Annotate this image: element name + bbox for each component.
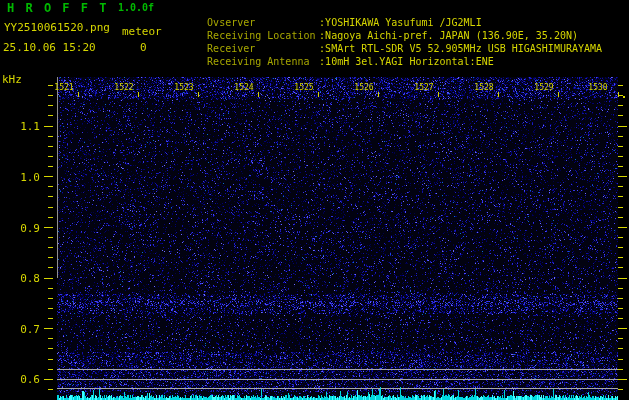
output-filename: YY2510061520.png [4,22,110,33]
time-tick-label: 1524 [224,83,264,92]
hrofft-screen: H R O F F T 1.0.0f YY2510061520.png mete… [0,0,629,400]
freq-axis-unit: kHz [2,74,22,85]
time-tick-label: 1525 [284,83,324,92]
freq-tick-label: 0.8 [2,272,40,285]
time-tick-label: 1528 [464,83,504,92]
freq-tick-label: 0.7 [2,323,40,336]
freq-tick-label: 1.1 [2,120,40,133]
datetime-label: 25.10.06 15:20 [3,42,96,53]
time-tick-label: 1522 [104,83,144,92]
time-tick-label: 1523 [164,83,204,92]
app-title: H R O F F T [7,2,108,14]
freq-tick-label: 0.9 [2,222,40,235]
antenna-value: :10mH 3el.YAGI Horizontal:ENE [319,56,494,67]
time-tick-label: 1529 [524,83,564,92]
info-row-antenna: Receiving Antenna:10mH 3el.YAGI Horizont… [183,47,494,77]
time-tick-label: 1521 [44,83,84,92]
time-tick-label: 1526 [344,83,384,92]
freq-tick-label: 0.6 [2,373,40,386]
mode-label: meteor [122,26,162,37]
meteor-count: 0 [140,42,147,53]
time-tick-label: 1530 [578,83,618,92]
antenna-label: Receiving Antenna [207,57,319,67]
freq-tick-label: 1.0 [2,171,40,184]
app-version: 1.0.0f [118,3,154,13]
time-tick-label: 1527 [404,83,444,92]
